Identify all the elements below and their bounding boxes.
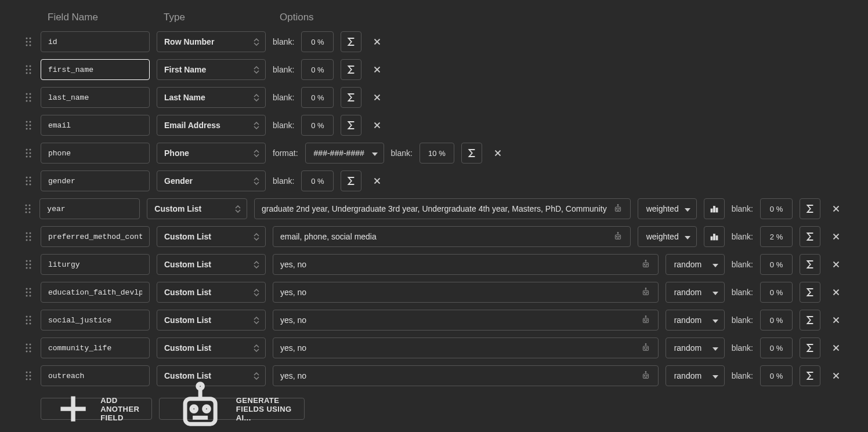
custom-list-input[interactable]: yes, no <box>273 337 659 358</box>
drag-handle-icon[interactable] <box>23 287 34 297</box>
type-select[interactable]: Custom List <box>157 337 266 358</box>
blank-input[interactable]: 10 % <box>419 143 454 164</box>
delete-button[interactable] <box>368 115 386 136</box>
blank-input[interactable]: 0 % <box>301 87 334 108</box>
drag-handle-icon[interactable] <box>23 259 34 270</box>
delete-button[interactable] <box>368 87 386 108</box>
field-name-input[interactable]: first_name <box>41 59 150 80</box>
delete-button[interactable] <box>827 226 845 247</box>
blank-input[interactable]: 0 % <box>760 310 793 331</box>
field-name-input[interactable]: phone <box>41 143 150 164</box>
type-select[interactable]: Custom List <box>157 254 266 275</box>
sigma-button[interactable] <box>461 143 482 164</box>
delete-button[interactable] <box>368 59 386 80</box>
sigma-button[interactable] <box>800 254 820 275</box>
distribution-select[interactable]: random <box>666 337 725 358</box>
type-select[interactable]: Phone <box>157 143 266 164</box>
blank-input[interactable]: 0 % <box>760 198 793 219</box>
distribution-select[interactable]: random <box>666 254 725 275</box>
type-select[interactable]: Last Name <box>157 87 266 108</box>
robot-icon[interactable] <box>641 343 651 353</box>
field-name-input[interactable]: social_justice <box>41 310 150 331</box>
type-select[interactable]: First Name <box>157 59 266 80</box>
custom-list-input[interactable]: graduate 2nd year, Undergraduate 3rd yea… <box>254 198 631 219</box>
sigma-button[interactable] <box>341 59 361 80</box>
custom-list-input[interactable]: yes, no <box>273 365 659 386</box>
generate-ai-button[interactable]: GENERATE FIELDS USING AI... <box>159 398 305 420</box>
drag-handle-icon[interactable] <box>23 371 34 381</box>
blank-input[interactable]: 0 % <box>301 115 334 136</box>
drag-handle-icon[interactable] <box>23 148 34 158</box>
robot-icon[interactable] <box>641 315 651 325</box>
type-select[interactable]: Email Address <box>157 115 266 136</box>
add-another-field-button[interactable]: ADD ANOTHER FIELD <box>41 398 152 420</box>
sigma-button[interactable] <box>800 198 820 219</box>
field-name-input[interactable]: id <box>41 31 150 52</box>
delete-button[interactable] <box>368 170 386 191</box>
sigma-button[interactable] <box>800 337 820 358</box>
field-name-input[interactable]: education_faith_devlpmt <box>41 282 150 303</box>
type-select[interactable]: Row Number <box>157 31 266 52</box>
blank-input[interactable]: 0 % <box>760 365 793 386</box>
distribution-select[interactable]: random <box>666 282 725 303</box>
delete-button[interactable] <box>827 254 845 275</box>
blank-input[interactable]: 0 % <box>760 282 793 303</box>
delete-button[interactable] <box>827 365 845 386</box>
custom-list-input[interactable]: yes, no <box>273 310 659 331</box>
field-name-input[interactable]: preferred_method_contact <box>41 226 150 247</box>
field-name-input[interactable]: year <box>39 198 140 219</box>
sigma-button[interactable] <box>341 115 361 136</box>
delete-button[interactable] <box>368 31 386 52</box>
custom-list-input[interactable]: email, phone, social media <box>273 226 631 247</box>
type-select[interactable]: Custom List <box>147 198 247 219</box>
custom-list-input[interactable]: yes, no <box>273 254 659 275</box>
blank-input[interactable]: 2 % <box>760 226 793 247</box>
field-name-input[interactable]: gender <box>41 170 150 191</box>
blank-input[interactable]: 0 % <box>301 170 334 191</box>
custom-list-input[interactable]: yes, no <box>273 282 659 303</box>
delete-button[interactable] <box>827 282 845 303</box>
delete-button[interactable] <box>827 198 845 219</box>
chart-button[interactable] <box>704 226 725 247</box>
robot-icon[interactable] <box>641 287 651 297</box>
type-select[interactable]: Custom List <box>157 226 266 247</box>
field-name-input[interactable]: email <box>41 115 150 136</box>
drag-handle-icon[interactable] <box>23 37 34 47</box>
drag-handle-icon[interactable] <box>23 343 34 353</box>
type-select[interactable]: Custom List <box>157 282 266 303</box>
drag-handle-icon[interactable] <box>23 231 34 242</box>
sigma-button[interactable] <box>800 226 820 247</box>
drag-handle-icon[interactable] <box>23 315 34 325</box>
sigma-button[interactable] <box>341 170 361 191</box>
drag-handle-icon[interactable] <box>23 64 34 75</box>
blank-input[interactable]: 0 % <box>301 31 334 52</box>
drag-handle-icon[interactable] <box>23 176 34 186</box>
sigma-button[interactable] <box>800 310 820 331</box>
drag-handle-icon[interactable] <box>23 204 32 214</box>
robot-icon[interactable] <box>613 204 623 214</box>
distribution-select[interactable]: weighted <box>638 198 697 219</box>
robot-icon[interactable] <box>641 259 651 270</box>
field-name-input[interactable]: liturgy <box>41 254 150 275</box>
distribution-select[interactable]: random <box>666 365 725 386</box>
format-select[interactable]: ###-###-#### <box>305 143 384 164</box>
robot-icon[interactable] <box>613 231 623 242</box>
delete-button[interactable] <box>827 337 845 358</box>
distribution-select[interactable]: weighted <box>638 226 697 247</box>
type-select[interactable]: Custom List <box>157 310 266 331</box>
delete-button[interactable] <box>827 310 845 331</box>
field-name-input[interactable]: outreach <box>41 365 150 386</box>
chart-button[interactable] <box>704 198 725 219</box>
blank-input[interactable]: 0 % <box>301 59 334 80</box>
sigma-button[interactable] <box>341 87 361 108</box>
field-name-input[interactable]: community_life <box>41 337 150 358</box>
sigma-button[interactable] <box>341 31 361 52</box>
delete-button[interactable] <box>489 143 507 164</box>
blank-input[interactable]: 0 % <box>760 337 793 358</box>
drag-handle-icon[interactable] <box>23 92 34 103</box>
sigma-button[interactable] <box>800 365 820 386</box>
type-select[interactable]: Gender <box>157 170 266 191</box>
blank-input[interactable]: 0 % <box>760 254 793 275</box>
distribution-select[interactable]: random <box>666 310 725 331</box>
sigma-button[interactable] <box>800 282 820 303</box>
